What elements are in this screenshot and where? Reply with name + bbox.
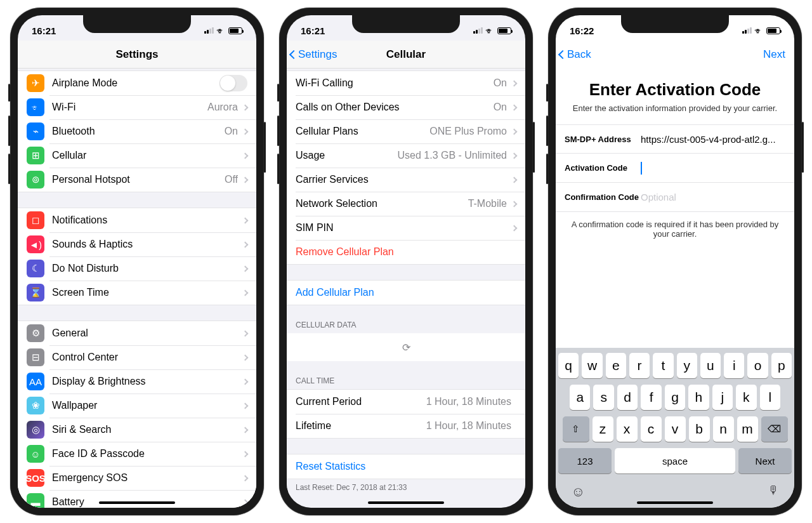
row-value: Aurora	[207, 102, 238, 113]
key-c[interactable]: c	[641, 416, 662, 442]
key-g[interactable]: g	[665, 385, 685, 410]
settings-row-faceid[interactable]: ☺Face ID & Passcode	[18, 442, 256, 466]
keyboard[interactable]: qwertyuiopasdfghjkl⇧zxcvbnm⌫123spaceNext…	[556, 348, 794, 508]
page-title: Settings	[115, 48, 158, 61]
key-y[interactable]: y	[677, 353, 697, 378]
return-key[interactable]: Next	[738, 448, 792, 473]
settings-row-wall[interactable]: ❀Wallpaper	[18, 394, 256, 418]
status-time: 16:22	[570, 25, 594, 36]
wifi-icon: ᯤ	[485, 25, 495, 36]
key-q[interactable]: q	[558, 353, 579, 378]
toggle[interactable]	[219, 75, 247, 91]
space-key[interactable]: space	[615, 448, 735, 473]
settings-row-screen[interactable]: ⌛Screen Time	[18, 281, 256, 305]
key-r[interactable]: r	[629, 353, 650, 378]
field-value[interactable]	[641, 161, 785, 174]
home-indicator[interactable]	[637, 501, 713, 504]
key-l[interactable]: l	[760, 385, 780, 410]
settings-row-cc[interactable]: ⊟Control Center	[18, 345, 256, 369]
key-a[interactable]: a	[570, 385, 590, 410]
chevron-right-icon	[511, 176, 518, 183]
settings-row-bt[interactable]: ⌁BluetoothOn	[18, 119, 256, 143]
cell-row[interactable]: Lifetime1 Hour, 18 Minutes	[287, 414, 525, 438]
key-e[interactable]: e	[606, 353, 626, 378]
row-value: On	[225, 126, 238, 137]
section-header: CELLULAR DATA	[287, 305, 525, 333]
cell-row[interactable]: Wi-Fi CallingOn	[287, 71, 525, 95]
next-button[interactable]: Next	[763, 48, 785, 61]
key-n[interactable]: n	[713, 416, 734, 442]
key-m[interactable]: m	[737, 416, 758, 442]
settings-row-wifi[interactable]: ᯤWi-FiAurora	[18, 95, 256, 119]
settings-row-general[interactable]: ⚙General	[18, 321, 256, 345]
form-field[interactable]: Confirmation CodeOptional	[556, 183, 794, 212]
key-f[interactable]: f	[641, 385, 661, 410]
mic-key[interactable]: 🎙	[768, 484, 779, 500]
cell-row[interactable]: Current Period1 Hour, 18 Minutes	[287, 390, 525, 414]
chevron-right-icon	[511, 152, 518, 159]
cc-icon: ⊟	[27, 348, 44, 366]
chevron-right-icon	[511, 104, 518, 110]
cell-row[interactable]: UsageUsed 1.3 GB - Unlimited	[287, 143, 525, 168]
form-field[interactable]: Activation Code	[556, 154, 794, 183]
settings-row-siri[interactable]: ◎Siri & Search	[18, 418, 256, 442]
row-value: 1 Hour, 18 Minutes	[426, 420, 511, 432]
key-d[interactable]: d	[617, 385, 638, 410]
section-footer: Last Reset: Dec 7, 2018 at 21:33	[287, 479, 525, 496]
chevron-right-icon	[242, 265, 249, 272]
settings-row-dnd[interactable]: ☾Do Not Disturb	[18, 256, 256, 281]
row-value: T-Mobile	[468, 198, 507, 209]
settings-row-hotspot[interactable]: ⊚Personal HotspotOff	[18, 168, 256, 192]
field-value[interactable]: https://cust-005-v4-prod-atl2.g...	[641, 134, 785, 145]
key-t[interactable]: t	[653, 353, 673, 378]
page-title: Cellular	[386, 48, 426, 61]
emoji-key[interactable]: ☺	[571, 484, 585, 500]
key-s[interactable]: s	[593, 385, 613, 410]
cell-row[interactable]: SIM PIN	[287, 216, 525, 240]
chevron-right-icon	[242, 241, 249, 248]
settings-row-notif[interactable]: ◻Notifications	[18, 208, 256, 232]
form-field[interactable]: SM-DP+ Addresshttps://cust-005-v4-prod-a…	[556, 124, 794, 154]
cell-row[interactable]: Reset Statistics	[287, 454, 525, 479]
key-x[interactable]: x	[617, 416, 638, 442]
cell-row[interactable]: Remove Cellular Plan	[287, 240, 525, 264]
key-u[interactable]: u	[700, 353, 721, 378]
cell-row[interactable]: Add Cellular Plan	[287, 281, 525, 305]
settings-row-sounds[interactable]: ◄)Sounds & Haptics	[18, 232, 256, 256]
key-i[interactable]: i	[724, 353, 744, 378]
phone-frame-1: 16:21 ᯤ Settings ✈Airplane ModeᯤWi-FiAur…	[10, 8, 264, 515]
shift-key[interactable]: ⇧	[563, 416, 589, 442]
key-o[interactable]: o	[747, 353, 768, 378]
key-h[interactable]: h	[688, 385, 709, 410]
home-indicator[interactable]	[368, 501, 444, 504]
key-v[interactable]: v	[665, 416, 686, 442]
form-subtitle: Enter the activation information provide…	[556, 103, 794, 113]
row-label: Current Period	[296, 396, 426, 407]
cell-row[interactable]: Network SelectionT-Mobile	[287, 192, 525, 216]
airplane-icon: ✈	[27, 74, 44, 92]
settings-row-display[interactable]: AADisplay & Brightness	[18, 369, 256, 394]
row-label: Carrier Services	[296, 174, 512, 185]
key-w[interactable]: w	[582, 353, 602, 378]
cell-row[interactable]: Calls on Other DevicesOn	[287, 95, 525, 119]
settings-row-batt[interactable]: ▬Battery	[18, 490, 256, 508]
key-z[interactable]: z	[593, 416, 613, 442]
settings-row-sos[interactable]: SOSEmergency SOS	[18, 466, 256, 490]
field-value[interactable]: Optional	[641, 192, 785, 202]
settings-list[interactable]: ✈Airplane ModeᯤWi-FiAurora⌁BluetoothOn⊞C…	[18, 69, 256, 508]
sos-icon: SOS	[27, 469, 44, 487]
row-label: Reset Statistics	[296, 461, 516, 472]
numbers-key[interactable]: 123	[558, 448, 612, 473]
key-j[interactable]: j	[712, 385, 733, 410]
key-p[interactable]: p	[771, 353, 792, 378]
back-button[interactable]: Settings	[291, 48, 337, 61]
cell-row[interactable]: Cellular PlansONE Plus Promo	[287, 119, 525, 143]
home-indicator[interactable]	[99, 501, 175, 504]
key-b[interactable]: b	[689, 416, 710, 442]
settings-row-cell[interactable]: ⊞Cellular	[18, 143, 256, 168]
cellular-list[interactable]: Wi-Fi CallingOnCalls on Other DevicesOnC…	[287, 69, 525, 508]
backspace-key[interactable]: ⌫	[761, 416, 788, 442]
back-button[interactable]: Back	[560, 48, 591, 61]
key-k[interactable]: k	[736, 385, 756, 410]
cell-row[interactable]: Carrier Services	[287, 168, 525, 192]
